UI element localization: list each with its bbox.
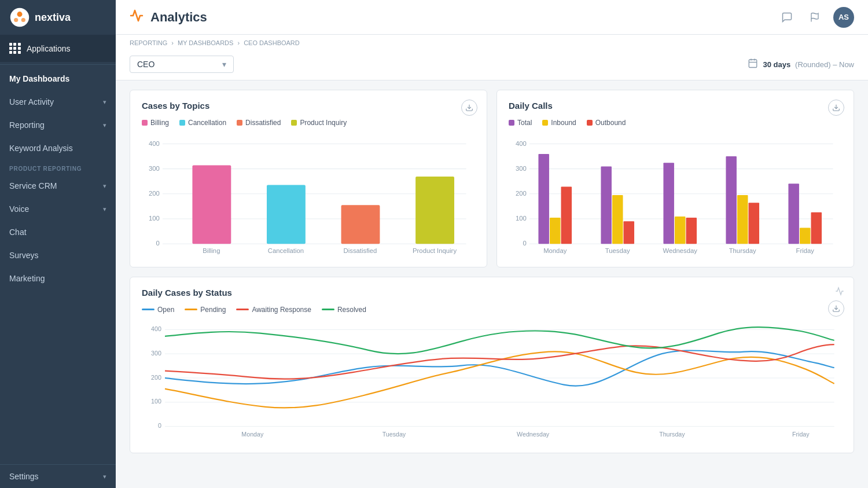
- daily-cases-status-card: Daily Cases by Status Open Pending Aw: [130, 277, 854, 454]
- header-right: AS: [778, 7, 854, 28]
- svg-text:400: 400: [149, 140, 160, 147]
- apps-grid-icon: [9, 43, 21, 54]
- svg-text:0: 0: [156, 240, 160, 247]
- svg-text:Thursday: Thursday: [659, 430, 685, 437]
- download-button[interactable]: [461, 100, 477, 116]
- sidebar-logo-text: nextiva: [35, 12, 71, 24]
- daily-cases-legend: Open Pending Awaiting Response Reso: [142, 306, 842, 314]
- flag-icon-button[interactable]: [806, 8, 824, 27]
- breadcrumb-my-dashboards[interactable]: MY DASHBOARDS: [178, 39, 233, 46]
- svg-text:Dissatisfied: Dissatisfied: [344, 247, 377, 254]
- dashboard-selector[interactable]: CEO ▾: [130, 56, 234, 73]
- legend-label-outbound: Outbound: [595, 119, 626, 127]
- svg-rect-43: [612, 195, 623, 244]
- sidebar-apps-button[interactable]: Applications: [0, 35, 116, 62]
- analytics-icon: [130, 9, 144, 25]
- svg-rect-41: [561, 186, 572, 244]
- subheader-controls: CEO ▾ 30 days (Rounded) – Now: [130, 51, 854, 80]
- legend-inbound: Inbound: [542, 119, 576, 127]
- sidebar-item-settings[interactable]: Settings ▾: [0, 465, 116, 488]
- sidebar-settings: Settings ▾: [0, 464, 116, 488]
- svg-rect-21: [267, 185, 306, 244]
- chevron-down-icon: ▾: [103, 98, 106, 106]
- svg-text:400: 400: [516, 140, 527, 147]
- svg-text:100: 100: [151, 398, 161, 405]
- legend-color-cancellation: [179, 120, 185, 126]
- chevron-down-icon: ▾: [103, 122, 106, 129]
- svg-text:Friday: Friday: [792, 430, 810, 437]
- svg-rect-20: [192, 165, 231, 244]
- sidebar-item-label: Voice: [9, 204, 29, 214]
- cases-by-topics-card: Cases by Topics Billing Cancellation: [130, 90, 487, 267]
- date-range-control: 30 days (Rounded) – Now: [748, 58, 854, 71]
- subheader: REPORTING › MY DASHBOARDS › CEO DASHBOAR…: [116, 35, 868, 80]
- charts-area: Cases by Topics Billing Cancellation: [116, 80, 868, 463]
- legend-label-dissatisfied: Dissatisfied: [245, 119, 281, 127]
- svg-rect-39: [538, 154, 549, 244]
- svg-rect-44: [624, 221, 635, 244]
- legend-label-resolved: Resolved: [337, 306, 366, 314]
- sidebar-item-label: Surveys: [9, 251, 39, 260]
- legend-color-product-inquiry: [291, 120, 297, 126]
- svg-text:Friday: Friday: [796, 247, 815, 254]
- svg-text:Tuesday: Tuesday: [382, 430, 406, 437]
- chevron-down-icon: ▾: [103, 182, 106, 190]
- sidebar-item-keyword-analysis[interactable]: Keyword Analysis: [0, 137, 116, 160]
- breadcrumb-ceo-dashboard[interactable]: CEO DASHBOARD: [244, 39, 300, 46]
- daily-cases-status-title: Daily Cases by Status: [142, 288, 842, 298]
- sidebar-item-label: My Dashboards: [9, 74, 69, 83]
- dashboard-selector-value: CEO: [137, 60, 218, 69]
- charts-row-1: Cases by Topics Billing Cancellation: [130, 90, 854, 267]
- svg-text:Monday: Monday: [543, 247, 567, 254]
- header-left: Analytics: [130, 9, 207, 25]
- date-range-label: (Rounded) – Now: [795, 60, 854, 69]
- legend-color-dissatisfied: [237, 120, 242, 126]
- svg-point-0: [10, 8, 29, 27]
- legend-open: Open: [142, 306, 174, 314]
- daily-calls-legend: Total Inbound Outbound: [509, 119, 842, 127]
- legend-label-billing: Billing: [150, 119, 169, 127]
- content-area: REPORTING › MY DASHBOARDS › CEO DASHBOAR…: [116, 35, 868, 488]
- svg-text:Thursday: Thursday: [729, 247, 756, 254]
- legend-label-total: Total: [517, 119, 532, 127]
- cases-legend: Billing Cancellation Dissatisfied P: [142, 119, 475, 127]
- sidebar-item-chat[interactable]: Chat: [0, 221, 116, 244]
- legend-outbound: Outbound: [587, 119, 626, 127]
- sidebar-item-user-activity[interactable]: User Activity ▾: [0, 90, 116, 113]
- sidebar-item-my-dashboards[interactable]: My Dashboards: [0, 67, 116, 90]
- breadcrumb-reporting[interactable]: REPORTING: [130, 39, 167, 46]
- cases-by-topics-title: Cases by Topics: [142, 101, 475, 111]
- legend-billing: Billing: [142, 119, 169, 127]
- legend-awaiting-response: Awaiting Response: [236, 306, 311, 314]
- sidebar-item-label: Service CRM: [9, 181, 57, 190]
- date-range-days: 30 days: [763, 60, 790, 69]
- download-button[interactable]: [828, 100, 844, 116]
- download-button[interactable]: [828, 300, 844, 317]
- sidebar-item-surveys[interactable]: Surveys: [0, 244, 116, 267]
- svg-text:Monday: Monday: [241, 430, 264, 437]
- sidebar-item-marketing[interactable]: Marketing: [0, 267, 116, 290]
- svg-text:0: 0: [158, 422, 161, 429]
- legend-color-resolved: [322, 309, 334, 310]
- cases-bar-chart: 400 300 200 100 0: [142, 135, 475, 254]
- svg-text:100: 100: [149, 215, 160, 222]
- svg-point-3: [21, 18, 25, 22]
- legend-label-inbound: Inbound: [551, 119, 576, 127]
- sidebar-item-service-crm[interactable]: Service CRM ▾: [0, 174, 116, 197]
- svg-text:Wednesday: Wednesday: [663, 247, 698, 254]
- legend-color-awaiting: [236, 309, 249, 310]
- sidebar-section-product-reporting: PRODUCT REPORTING: [0, 160, 116, 174]
- legend-color-open: [142, 309, 155, 310]
- svg-rect-48: [726, 156, 737, 244]
- user-avatar[interactable]: AS: [833, 7, 854, 28]
- svg-rect-42: [601, 167, 612, 244]
- svg-text:200: 200: [149, 190, 160, 197]
- svg-text:0: 0: [523, 240, 527, 247]
- sidebar-item-reporting[interactable]: Reporting ▾: [0, 113, 116, 137]
- calendar-icon[interactable]: [748, 58, 758, 71]
- legend-product-inquiry: Product Inquiry: [291, 119, 347, 127]
- sidebar-item-voice[interactable]: Voice ▾: [0, 197, 116, 221]
- legend-resolved: Resolved: [322, 306, 366, 314]
- message-icon-button[interactable]: [778, 8, 796, 27]
- svg-point-1: [17, 12, 23, 17]
